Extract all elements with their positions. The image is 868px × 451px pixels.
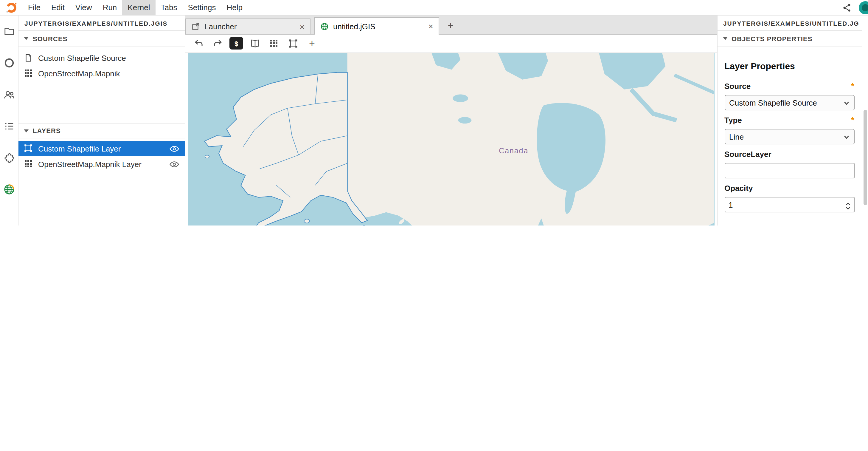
opacity-label: Opacity [724,184,753,192]
jupytergis-globe-icon[interactable] [0,174,18,205]
right-panel: JUPYTERGIS/EXAMPLES/UNTITLED.JG OBJECTS … [717,16,862,225]
type-select[interactable]: Line [724,129,854,144]
source-item-openstreetmap[interactable]: OpenStreetMap.Mapnik [19,66,185,81]
tab-launcher[interactable]: Launcher [185,19,310,34]
great-bear-lake [453,94,468,102]
source-select[interactable]: Custom Shapefile Source [724,95,854,110]
eye-icon[interactable] [169,159,179,169]
menu-kernel[interactable]: Kernel [122,0,155,15]
grid-icon[interactable] [267,36,281,50]
tabbar: Launcher untitled.jGIS [185,16,717,35]
menu-help[interactable]: Help [221,0,248,15]
grid-icon [24,68,33,78]
menu-settings[interactable]: Settings [182,0,221,15]
book-icon[interactable] [247,36,262,50]
required-asterisk: * [851,82,854,90]
activity-bar [0,16,19,225]
vector-square-icon[interactable] [285,36,300,50]
source-select-value: Custom Shapefile Source [729,98,817,107]
properties-form: Layer Properties Source * Custom Shapefi… [717,47,862,225]
users-icon[interactable] [0,79,18,110]
eye-icon[interactable] [169,143,179,153]
grid-icon [24,159,33,169]
type-label: Type [724,115,742,124]
globe-icon [320,22,329,31]
sourcelayer-input[interactable] [724,163,854,178]
stepper-arrows-icon[interactable] [845,202,851,210]
caret-down-icon [24,37,29,40]
required-asterisk: * [851,116,854,124]
opacity-field: Opacity [724,183,854,213]
country-label-canada: Canada [499,146,528,155]
jupyterlab-window: File Edit View Run Kernel Tabs Settings … [0,0,868,225]
launcher-icon [191,22,200,31]
layer-item-custom-shapefile[interactable]: Custom Shapefile Layer [19,141,185,156]
layer-item-label: Custom Shapefile Layer [38,144,121,153]
map-canvas[interactable]: Canada México 1000 km [188,53,714,225]
menubar: File Edit View Run Kernel Tabs Settings … [0,0,868,16]
menu-run[interactable]: Run [97,0,122,15]
objects-properties-title: OBJECTS PROPERTIES [732,35,813,42]
console-icon[interactable] [229,37,243,50]
file-icon [24,53,33,63]
undo-icon[interactable] [191,36,206,50]
layer-item-openstreetmap[interactable]: OpenStreetMap.Mapnik Layer [19,156,185,172]
objects-properties-header[interactable]: OBJECTS PROPERTIES [717,31,862,47]
source-item-label: OpenStreetMap.Mapnik [38,69,120,78]
left-sidebar: JUPYTERGIS/EXAMPLES/UNTITLED.JGIS SOURCE… [19,16,185,225]
share-icon[interactable] [842,3,851,12]
jupyter-logo-icon [5,1,18,14]
menu-view[interactable]: View [70,0,97,15]
menu-file[interactable]: File [23,0,46,15]
type-select-value: Line [729,132,744,141]
caret-down-icon [24,129,29,132]
land-mainland [347,53,714,225]
menu-edit[interactable]: Edit [46,0,70,15]
user-avatar[interactable] [859,1,868,14]
source-field: Source * Custom Shapefile Source [724,81,854,110]
sources-section-title: SOURCES [33,35,68,42]
map-toolbar [185,35,717,53]
sources-list: Custom Shapefile Source OpenStreetMap.Ma… [19,47,185,123]
great-slave-lake [458,117,472,123]
source-item-label: Custom Shapefile Source [38,53,126,62]
chevron-down-icon [843,133,849,140]
layers-section-title: LAYERS [33,127,61,134]
running-circle-icon[interactable] [0,47,18,79]
tab-label: untitled.jGIS [333,22,375,31]
redo-icon[interactable] [210,36,225,50]
layers-section-header[interactable]: LAYERS [19,123,185,138]
sources-section-header[interactable]: SOURCES [19,31,185,47]
close-icon[interactable] [300,22,305,31]
main-area: Launcher untitled.jGIS [185,16,717,225]
sourcelayer-label: SourceLayer [724,149,771,159]
layer-item-label: OpenStreetMap.Mapnik Layer [38,160,142,169]
chevron-down-icon [843,99,849,106]
new-tab-button[interactable] [443,18,458,33]
tab-untitled-jgis[interactable]: untitled.jGIS [314,17,439,35]
breadcrumb: JUPYTERGIS/EXAMPLES/UNTITLED.JG [717,16,862,31]
close-icon[interactable] [429,22,433,30]
add-layer-button[interactable] [305,36,319,50]
list-icon[interactable] [0,110,18,142]
puzzle-icon[interactable] [0,142,18,174]
folder-icon[interactable] [0,16,18,47]
layers-list: Custom Shapefile Layer OpenStreetMap.Map… [19,138,185,172]
tab-label: Launcher [205,22,237,31]
map-svg: Canada México [188,53,714,225]
menu-tabs[interactable]: Tabs [156,0,183,15]
scrollbar-thumb[interactable] [863,110,867,205]
right-scroll-gutter [862,16,868,225]
caret-down-icon [722,37,727,40]
opacity-input[interactable] [724,197,854,213]
sourcelayer-field: SourceLayer [724,149,854,178]
vector-square-icon [24,144,33,153]
type-field: Type * Line [724,115,854,144]
source-item-custom-shapefile[interactable]: Custom Shapefile Source [19,50,185,66]
source-label: Source [724,81,751,90]
layer-properties-title: Layer Properties [724,61,854,71]
breadcrumb: JUPYTERGIS/EXAMPLES/UNTITLED.JGIS [19,16,185,31]
